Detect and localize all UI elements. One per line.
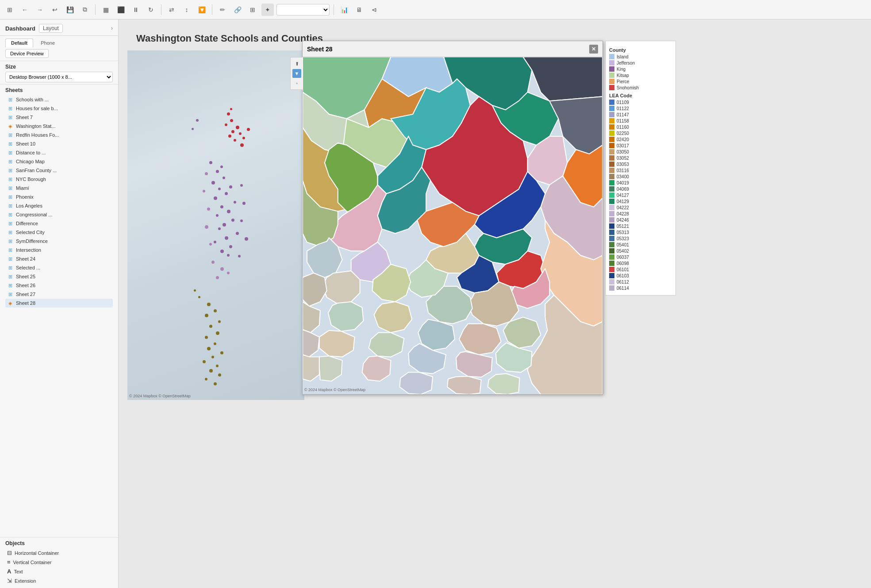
scatter-dot bbox=[214, 342, 216, 345]
sheet-item-sheet24[interactable]: ⊞ Sheet 24 bbox=[5, 254, 113, 263]
object-extension[interactable]: ⇲ Extension bbox=[5, 576, 113, 585]
sheet-item-difference[interactable]: ⊞ Difference bbox=[5, 219, 113, 228]
sheet-icon-symdiff: ⊞ bbox=[7, 238, 13, 244]
sheet28-tool-marks[interactable]: ◦ bbox=[292, 79, 301, 88]
monitor-icon[interactable]: 🖥 bbox=[353, 4, 365, 16]
sheet-item-sheet10[interactable]: ⊞ Sheet 10 bbox=[5, 139, 113, 148]
legend-item-05323: 05323 bbox=[609, 236, 672, 241]
sheet-item-intersection[interactable]: ⊞ Intersection bbox=[5, 246, 113, 254]
legend-color-01147 bbox=[609, 112, 614, 117]
scatter-dot bbox=[231, 219, 234, 222]
group-icon[interactable]: ⬛ bbox=[115, 4, 127, 16]
layout-icon[interactable]: ▦ bbox=[100, 4, 112, 16]
scatter-dot bbox=[214, 382, 217, 385]
sheet-item-washington[interactable]: ◈ Washington Stat... bbox=[5, 122, 113, 131]
legend-color-05121 bbox=[609, 223, 614, 229]
pause-icon[interactable]: ⏸ bbox=[130, 4, 142, 16]
sheet-item-sheet7[interactable]: ⊞ Sheet 7 bbox=[5, 113, 113, 122]
sheet28-close-button[interactable]: ✕ bbox=[589, 45, 598, 54]
scatter-dot bbox=[209, 161, 212, 164]
legend-color-06112 bbox=[609, 279, 614, 284]
sheet28-tool-export[interactable]: ⬆ bbox=[292, 59, 301, 68]
sheet-item-sheet28[interactable]: ◈ Sheet 28 bbox=[5, 299, 113, 307]
forward-icon[interactable]: → bbox=[34, 4, 46, 16]
legend-color-04222 bbox=[609, 205, 614, 210]
sheet-icon-losangeles: ⊞ bbox=[7, 203, 13, 209]
left-map: © 2024 Mapbox © OpenStreetMap bbox=[127, 50, 304, 400]
sheets-label: Sheets bbox=[5, 87, 113, 93]
scatter-dot bbox=[234, 139, 236, 142]
object-text[interactable]: A Text bbox=[5, 567, 113, 576]
chart-icon[interactable]: 📊 bbox=[338, 4, 350, 16]
undo-icon[interactable]: ↩ bbox=[49, 4, 61, 16]
share-icon[interactable]: ⊲ bbox=[368, 4, 380, 16]
scatter-dot bbox=[223, 177, 225, 179]
scatter-dot bbox=[216, 214, 219, 217]
scatter-dot bbox=[240, 219, 243, 222]
sidebar-collapse-arrow[interactable]: › bbox=[111, 25, 113, 31]
county-region bbox=[488, 374, 520, 394]
sheet-item-losangeles[interactable]: ⊞ Los Angeles bbox=[5, 201, 113, 210]
device-preview-button[interactable]: Device Preview bbox=[5, 49, 49, 58]
filter-icon[interactable]: 🔽 bbox=[196, 4, 208, 16]
pencil-icon[interactable]: ✏ bbox=[216, 4, 229, 16]
scatter-dot bbox=[227, 254, 230, 257]
sheet-item-selectedcity[interactable]: ⊞ Selected City bbox=[5, 228, 113, 237]
legend-color-05401 bbox=[609, 242, 614, 247]
sheet-item-distance[interactable]: ⊞ Distance to ... bbox=[5, 148, 113, 157]
tab-phone[interactable]: Phone bbox=[35, 38, 61, 47]
sidebar-tabs: Default Phone bbox=[0, 36, 118, 47]
sheet-item-houses[interactable]: ⊞ Houses for sale b... bbox=[5, 104, 113, 113]
scatter-dot bbox=[214, 241, 216, 243]
scatter-dot bbox=[218, 227, 221, 230]
sheet-item-congressional[interactable]: ⊞ Congressional ... bbox=[5, 210, 113, 219]
legend-color-01160 bbox=[609, 124, 614, 130]
scatter-dot bbox=[231, 130, 234, 133]
scatter-dot bbox=[239, 132, 242, 135]
table-icon[interactable]: ⊞ bbox=[246, 4, 259, 16]
legend-color-06114 bbox=[609, 285, 614, 291]
refresh-icon[interactable]: ↻ bbox=[145, 4, 157, 16]
legend-item-jefferson: Jefferson bbox=[609, 60, 672, 65]
county-region bbox=[399, 373, 433, 394]
scatter-dot bbox=[209, 243, 212, 246]
cursor-icon[interactable]: ✦ bbox=[261, 4, 274, 16]
sheet-item-chicago[interactable]: ⊞ Chicago Map bbox=[5, 157, 113, 166]
legend-item-island: Island bbox=[609, 54, 672, 59]
sheet-item-redfin[interactable]: ⊞ Redfin Houses Fo... bbox=[5, 131, 113, 139]
sheet28-tool-filter[interactable]: ▼ bbox=[292, 69, 301, 78]
sheet-item-selected[interactable]: ⊞ Selected ... bbox=[5, 263, 113, 272]
sheet-item-phoenix[interactable]: ⊞ Phoenix bbox=[5, 192, 113, 201]
swap-icon[interactable]: ⇄ bbox=[165, 4, 178, 16]
sheet-item-sheet25[interactable]: ⊞ Sheet 25 bbox=[5, 272, 113, 281]
copy-icon[interactable]: ⧉ bbox=[79, 4, 91, 16]
scatter-dot bbox=[205, 336, 208, 339]
scatter-dot bbox=[230, 119, 233, 122]
object-horizontal-container[interactable]: ⊟ Horizontal Container bbox=[5, 548, 113, 557]
objects-label: Objects bbox=[5, 540, 113, 546]
sheet-item-miami[interactable]: ⊞ Miami bbox=[5, 184, 113, 192]
sidebar-layout-button[interactable]: Layout bbox=[39, 24, 63, 33]
apps-icon[interactable]: ⊞ bbox=[4, 4, 16, 16]
tab-default[interactable]: Default bbox=[5, 38, 33, 47]
size-dropdown[interactable]: Desktop Browser (1000 x 8... bbox=[5, 72, 113, 82]
sheet-icon-houses: ⊞ bbox=[7, 105, 13, 111]
sheet28-header: Sheet 28 ✕ bbox=[303, 41, 602, 57]
link-icon[interactable]: 🔗 bbox=[231, 4, 244, 16]
scatter-dot bbox=[228, 135, 231, 138]
legend-item-05402: 05402 bbox=[609, 248, 672, 254]
back-icon[interactable]: ← bbox=[19, 4, 31, 16]
sheet-item-sheet26[interactable]: ⊞ Sheet 26 bbox=[5, 281, 113, 290]
object-vertical-container[interactable]: ≡ Vertical Container bbox=[5, 557, 113, 567]
sheet-icon-schools: ⊞ bbox=[7, 96, 13, 103]
sort-icon[interactable]: ↕ bbox=[180, 4, 193, 16]
save-icon[interactable]: 💾 bbox=[64, 4, 76, 16]
sheet-icon-sheet25: ⊞ bbox=[7, 273, 13, 280]
sheet-item-schools[interactable]: ⊞ Schools with ... bbox=[5, 95, 113, 104]
sheet-item-nyc[interactable]: ⊞ NYC Borough bbox=[5, 175, 113, 184]
sheet-item-sanfran[interactable]: ⊞ SanFran County ... bbox=[5, 166, 113, 175]
size-label: Size bbox=[5, 64, 113, 70]
toolbar-dropdown[interactable] bbox=[276, 4, 330, 15]
sheet-item-symdiff[interactable]: ⊞ SymDifference bbox=[5, 237, 113, 246]
sheet-item-sheet27[interactable]: ⊞ Sheet 27 bbox=[5, 290, 113, 299]
